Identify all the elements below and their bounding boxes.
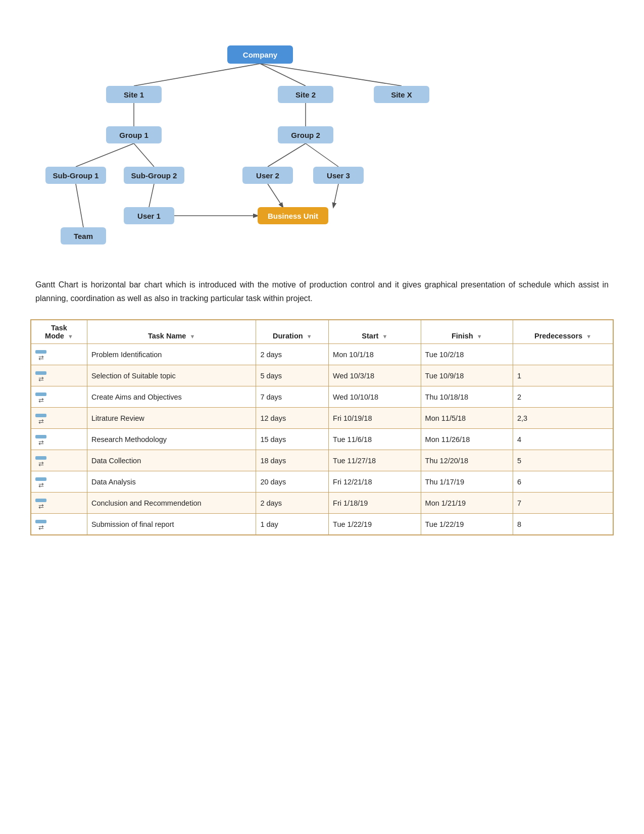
task-mode-icon: ⇄ [35,499,46,510]
org-node-sitex: Site X [374,86,429,103]
org-node-user2: User 2 [242,167,293,184]
cell-predecessors: 6 [513,471,613,493]
svg-line-13 [76,184,83,227]
table-row: ⇄ Research Methodology15 daysTue 11/6/18… [31,429,613,450]
org-node-user3: User 3 [313,167,364,184]
cell-start: Tue 1/22/19 [329,514,421,535]
cell-predecessors: 5 [513,450,613,471]
cell-finish: Thu 10/18/18 [421,386,513,408]
svg-line-5 [76,143,134,167]
svg-line-12 [333,184,338,207]
svg-line-6 [134,143,154,167]
org-node-subgroup2: Sub-Group 2 [124,167,184,184]
cell-finish: Tue 10/2/18 [421,344,513,365]
cell-predecessors [513,344,613,365]
svg-line-11 [268,184,283,207]
task-mode-icon: ⇄ [35,350,46,362]
org-chart-wrapper: Company Site 1 Site 2 Site X Group 1 Gro… [30,30,614,242]
org-node-group1: Group 1 [106,126,162,143]
th-duration[interactable]: Duration ▼ [256,320,329,344]
org-node-subgroup1: Sub-Group 1 [45,167,106,184]
cell-finish: Tue 10/9/18 [421,365,513,386]
svg-line-8 [306,143,338,167]
cell-task-name: Data Analysis [87,471,256,493]
task-mode-icon: ⇄ [35,393,46,404]
org-node-group2: Group 2 [278,126,333,143]
cell-task-name: Data Collection [87,450,256,471]
cell-task-name: Submission of final report [87,514,256,535]
cell-task-name: Selection of Suitable topic [87,365,256,386]
description-paragraph: Gantt Chart is horizontal bar chart whic… [30,278,614,305]
task-mode-icon: ⇄ [35,414,46,425]
cell-task-mode: ⇄ [31,471,87,493]
org-node-company: Company [227,45,293,64]
cell-finish: Thu 1/17/19 [421,471,513,493]
cell-task-mode: ⇄ [31,365,87,386]
org-chart: Company Site 1 Site 2 Site X Group 1 Gro… [30,15,614,263]
cell-task-name: Conclusion and Recommendetion [87,493,256,514]
cell-task-mode: ⇄ [31,429,87,450]
table-row: ⇄ Data Collection18 daysTue 11/27/18Thu … [31,450,613,471]
svg-line-1 [260,64,306,86]
org-node-user1: User 1 [124,207,174,224]
cell-predecessors: 2,3 [513,408,613,429]
cell-duration: 2 days [256,493,329,514]
cell-duration: 20 days [256,471,329,493]
cell-finish: Thu 12/20/18 [421,450,513,471]
svg-line-0 [134,64,260,86]
th-task-name[interactable]: Task Name ▼ [87,320,256,344]
svg-line-7 [268,143,306,167]
cell-start: Wed 10/10/18 [329,386,421,408]
cell-duration: 12 days [256,408,329,429]
cell-finish: Mon 1/21/19 [421,493,513,514]
th-predecessors[interactable]: Predecessors ▼ [513,320,613,344]
table-row: ⇄ Submission of final report1 dayTue 1/2… [31,514,613,535]
cell-finish: Tue 1/22/19 [421,514,513,535]
cell-duration: 18 days [256,450,329,471]
cell-start: Wed 10/3/18 [329,365,421,386]
org-node-bizunit: Business Unit [258,207,328,224]
table-row: ⇄ Data Analysis20 daysFri 12/21/18Thu 1/… [31,471,613,493]
cell-predecessors: 7 [513,493,613,514]
org-node-site2: Site 2 [278,86,333,103]
cell-task-mode: ⇄ [31,386,87,408]
cell-start: Fri 10/19/18 [329,408,421,429]
cell-predecessors: 2 [513,386,613,408]
cell-start: Fri 1/18/19 [329,493,421,514]
table-row: ⇄ Selection of Suitable topic5 daysWed 1… [31,365,613,386]
cell-duration: 15 days [256,429,329,450]
cell-task-name: Research Methodology [87,429,256,450]
task-mode-icon: ⇄ [35,477,46,489]
cell-predecessors: 8 [513,514,613,535]
cell-finish: Mon 11/26/18 [421,429,513,450]
cell-task-mode: ⇄ [31,408,87,429]
cell-task-name: Problem Identification [87,344,256,365]
gantt-table: TaskMode ▼ Task Name ▼ Duration ▼ Start … [30,319,614,535]
table-row: ⇄ Conclusion and Recommendetion2 daysFri… [31,493,613,514]
th-finish[interactable]: Finish ▼ [421,320,513,344]
cell-task-mode: ⇄ [31,450,87,471]
task-mode-icon: ⇄ [35,435,46,447]
cell-task-name: Litrature Review [87,408,256,429]
svg-line-2 [260,64,402,86]
cell-task-name: Create Aims and Objectives [87,386,256,408]
th-start[interactable]: Start ▼ [329,320,421,344]
cell-task-mode: ⇄ [31,514,87,535]
cell-predecessors: 1 [513,365,613,386]
task-mode-icon: ⇄ [35,371,46,383]
cell-duration: 1 day [256,514,329,535]
th-task-mode[interactable]: TaskMode ▼ [31,320,87,344]
table-row: ⇄ Litrature Review12 daysFri 10/19/18Mon… [31,408,613,429]
cell-duration: 5 days [256,365,329,386]
cell-start: Fri 12/21/18 [329,471,421,493]
table-row: ⇄ Problem Identification2 daysMon 10/1/1… [31,344,613,365]
cell-task-mode: ⇄ [31,344,87,365]
cell-start: Mon 10/1/18 [329,344,421,365]
svg-line-9 [149,184,154,207]
cell-duration: 7 days [256,386,329,408]
task-mode-icon: ⇄ [35,520,46,531]
cell-start: Tue 11/6/18 [329,429,421,450]
org-node-team: Team [61,227,106,244]
cell-finish: Mon 11/5/18 [421,408,513,429]
org-node-site1: Site 1 [106,86,162,103]
